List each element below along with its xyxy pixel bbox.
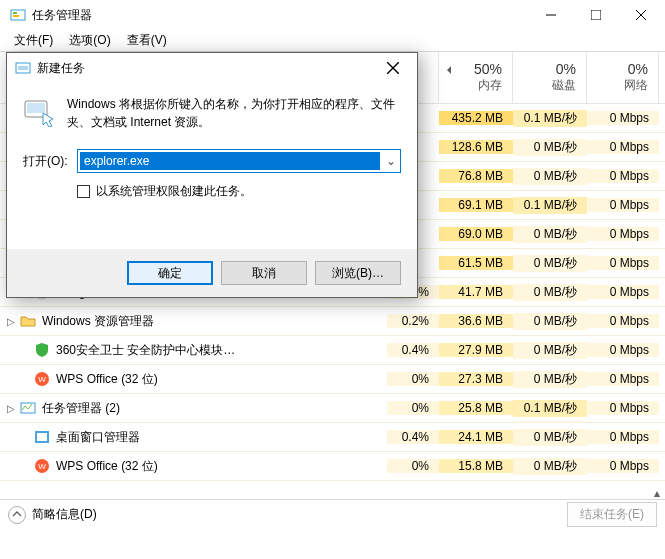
disk-cell: 0 MB/秒 (513, 313, 587, 330)
process-row[interactable]: 桌面窗口管理器0.4%24.1 MB0 MB/秒0 Mbps (0, 423, 665, 452)
network-cell: 0 Mbps (587, 285, 659, 299)
dialog-message: Windows 将根据你所键入的名称，为你打开相应的程序、文件夹、文档或 Int… (67, 95, 401, 131)
network-cell: 0 Mbps (587, 430, 659, 444)
svg-rect-21 (27, 103, 45, 113)
end-task-button[interactable]: 结束任务(E) (567, 502, 657, 527)
network-cell: 0 Mbps (587, 198, 659, 212)
process-name: Windows 资源管理器 (42, 313, 154, 330)
process-row[interactable]: WWPS Office (32 位)0%15.8 MB0 MB/秒0 Mbps (0, 452, 665, 481)
expand-icon[interactable]: ▷ (4, 403, 18, 414)
network-cell: 0 Mbps (587, 140, 659, 154)
memory-cell: 69.1 MB (439, 198, 513, 212)
svg-text:W: W (38, 462, 46, 471)
memory-cell: 15.8 MB (439, 459, 513, 473)
tm-icon (20, 400, 36, 416)
disk-cell: 0.1 MB/秒 (513, 400, 587, 417)
process-name: 360安全卫士 安全防护中心模块… (56, 342, 235, 359)
open-label: 打开(O): (23, 153, 77, 170)
cpu-cell: 0.4% (387, 343, 439, 357)
cpu-cell: 0% (387, 459, 439, 473)
disk-cell: 0 MB/秒 (513, 284, 587, 301)
dialog-close-button[interactable] (373, 54, 413, 82)
footer: 简略信息(D) 结束任务(E) (0, 499, 665, 529)
cpu-cell: 0.4% (387, 430, 439, 444)
dialog-icon (15, 60, 31, 76)
disk-cell: 0 MB/秒 (513, 255, 587, 272)
memory-cell: 41.7 MB (439, 285, 513, 299)
admin-checkbox-label: 以系统管理权限创建此任务。 (96, 183, 252, 200)
memory-cell: 25.8 MB (439, 401, 513, 415)
column-memory[interactable]: 50% 内存 (439, 52, 513, 103)
maximize-button[interactable] (573, 0, 618, 30)
process-name: 任务管理器 (2) (42, 400, 120, 417)
network-cell: 0 Mbps (587, 459, 659, 473)
process-row[interactable]: 360安全卫士 安全防护中心模块…0.4%27.9 MB0 MB/秒0 Mbps (0, 336, 665, 365)
svg-rect-13 (37, 433, 47, 441)
close-button[interactable] (618, 0, 663, 30)
disk-cell: 0 MB/秒 (513, 342, 587, 359)
disk-cell: 0 MB/秒 (513, 168, 587, 185)
dialog-title: 新建任务 (37, 60, 373, 77)
dwm-icon (34, 429, 50, 445)
memory-percent: 50% (474, 61, 502, 77)
shield-icon (34, 342, 50, 358)
titlebar: 任务管理器 (0, 0, 665, 30)
open-combobox[interactable]: explorer.exe ⌄ (77, 149, 401, 173)
disk-cell: 0 MB/秒 (513, 429, 587, 446)
open-value[interactable]: explorer.exe (80, 152, 380, 170)
chevron-down-icon[interactable]: ⌄ (382, 154, 400, 168)
fewer-details-icon[interactable] (8, 506, 26, 524)
network-percent: 0% (628, 61, 648, 77)
network-cell: 0 Mbps (587, 256, 659, 270)
network-cell: 0 Mbps (587, 111, 659, 125)
network-cell: 0 Mbps (587, 343, 659, 357)
folder-icon (20, 313, 36, 329)
svg-rect-2 (13, 15, 19, 17)
network-cell: 0 Mbps (587, 314, 659, 328)
column-disk[interactable]: 0% 磁盘 (513, 52, 587, 103)
disk-cell: 0.1 MB/秒 (513, 197, 587, 214)
process-row[interactable]: ▷任务管理器 (2)0%25.8 MB0.1 MB/秒0 Mbps (0, 394, 665, 423)
run-icon (23, 95, 55, 127)
svg-text:W: W (38, 375, 46, 384)
browse-button[interactable]: 浏览(B)… (315, 261, 401, 285)
ok-button[interactable]: 确定 (127, 261, 213, 285)
memory-cell: 128.6 MB (439, 140, 513, 154)
menu-view[interactable]: 查看(V) (119, 30, 175, 51)
disk-percent: 0% (556, 61, 576, 77)
svg-rect-1 (13, 12, 17, 14)
disk-cell: 0 MB/秒 (513, 458, 587, 475)
network-label: 网络 (624, 77, 648, 94)
network-cell: 0 Mbps (587, 372, 659, 386)
disk-cell: 0 MB/秒 (513, 371, 587, 388)
memory-label: 内存 (478, 77, 502, 94)
disk-label: 磁盘 (552, 77, 576, 94)
memory-cell: 61.5 MB (439, 256, 513, 270)
process-row[interactable]: WWPS Office (32 位)0%27.3 MB0 MB/秒0 Mbps (0, 365, 665, 394)
cpu-cell: 0% (387, 372, 439, 386)
memory-cell: 36.6 MB (439, 314, 513, 328)
memory-cell: 27.9 MB (439, 343, 513, 357)
memory-cell: 27.3 MB (439, 372, 513, 386)
new-task-dialog: 新建任务 Windows 将根据你所键入的名称，为你打开相应的程序、文件夹、文档… (6, 52, 418, 298)
wps-icon: W (34, 371, 50, 387)
process-row[interactable]: ▷Windows 资源管理器0.2%36.6 MB0 MB/秒0 Mbps (0, 307, 665, 336)
cancel-button[interactable]: 取消 (221, 261, 307, 285)
cpu-cell: 0.2% (387, 314, 439, 328)
menubar: 文件(F) 选项(O) 查看(V) (0, 30, 665, 51)
network-cell: 0 Mbps (587, 169, 659, 183)
column-network[interactable]: 0% 网络 (587, 52, 659, 103)
network-cell: 0 Mbps (587, 401, 659, 415)
window-title: 任务管理器 (32, 7, 528, 24)
wps-icon: W (34, 458, 50, 474)
minimize-button[interactable] (528, 0, 573, 30)
menu-file[interactable]: 文件(F) (6, 30, 61, 51)
network-cell: 0 Mbps (587, 227, 659, 241)
memory-cell: 24.1 MB (439, 430, 513, 444)
fewer-details-label[interactable]: 简略信息(D) (32, 506, 97, 523)
admin-checkbox[interactable] (77, 185, 90, 198)
expand-icon[interactable]: ▷ (4, 316, 18, 327)
svg-rect-4 (591, 10, 601, 20)
menu-options[interactable]: 选项(O) (61, 30, 118, 51)
memory-cell: 69.0 MB (439, 227, 513, 241)
